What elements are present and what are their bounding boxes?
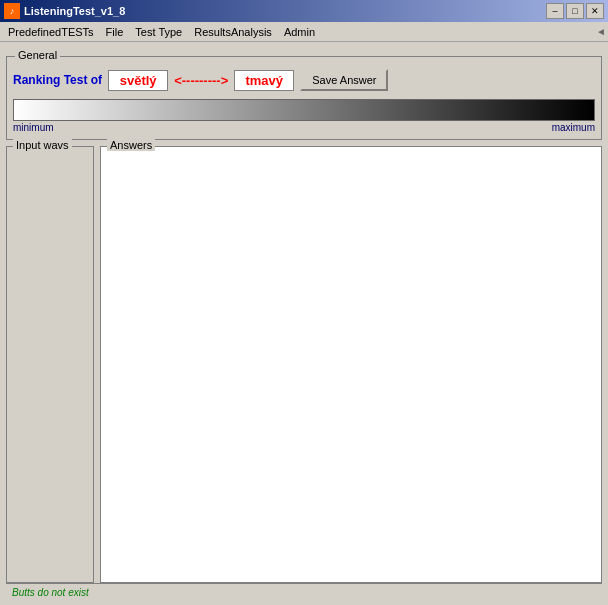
menu-file[interactable]: File — [100, 24, 130, 40]
main-content: General Ranking Test of světlý <--------… — [0, 42, 608, 605]
menu-predefined-tests[interactable]: PredefinedTESTs — [2, 24, 100, 40]
maximize-button[interactable]: □ — [566, 3, 584, 19]
input-wavs-label: Input wavs — [13, 139, 72, 151]
general-group-content: Ranking Test of světlý <---------> tmavý… — [7, 57, 601, 139]
slider-container: minimum maximum — [13, 99, 595, 133]
menu-test-type[interactable]: Test Type — [129, 24, 188, 40]
status-bar: Butts do not exist — [6, 583, 602, 601]
right-value-box: tmavý — [234, 70, 294, 91]
general-group: General Ranking Test of světlý <--------… — [6, 56, 602, 140]
menu-bar: PredefinedTESTs File Test Type ResultsAn… — [0, 22, 608, 42]
ranking-test-row: Ranking Test of světlý <---------> tmavý… — [13, 69, 595, 91]
two-col-layout: Input wavs Answers — [6, 146, 602, 583]
ranking-test-label: Ranking Test of — [13, 73, 102, 87]
input-wavs-content — [7, 147, 93, 582]
left-value: světlý — [120, 73, 157, 88]
slider-labels: minimum maximum — [13, 122, 595, 133]
answers-panel: Answers — [100, 146, 602, 583]
app-icon: ♪ — [4, 3, 20, 19]
answers-content — [101, 147, 601, 582]
left-value-box: světlý — [108, 70, 168, 91]
status-message: Butts do not exist — [12, 587, 89, 598]
slider-min-label: minimum — [13, 122, 54, 133]
title-bar: ♪ ListeningTest_v1_8 – □ ✕ — [0, 0, 608, 22]
right-value: tmavý — [245, 73, 283, 88]
save-answer-button[interactable]: Save Answer — [300, 69, 388, 91]
slider-track[interactable] — [13, 99, 595, 121]
menu-admin[interactable]: Admin — [278, 24, 321, 40]
close-button[interactable]: ✕ — [586, 3, 604, 19]
title-bar-buttons: – □ ✕ — [546, 3, 604, 19]
answers-label: Answers — [107, 139, 155, 151]
slider-gradient[interactable] — [13, 99, 595, 121]
minimize-button[interactable]: – — [546, 3, 564, 19]
title-bar-left: ♪ ListeningTest_v1_8 — [4, 3, 125, 19]
menu-right-arrow: ◄ — [596, 26, 606, 37]
input-wavs-panel: Input wavs — [6, 146, 94, 583]
general-group-label: General — [15, 49, 60, 61]
title-text: ListeningTest_v1_8 — [24, 5, 125, 17]
menu-results-analysis[interactable]: ResultsAnalysis — [188, 24, 278, 40]
slider-max-label: maximum — [552, 122, 595, 133]
arrow-label: <---------> — [174, 73, 228, 88]
